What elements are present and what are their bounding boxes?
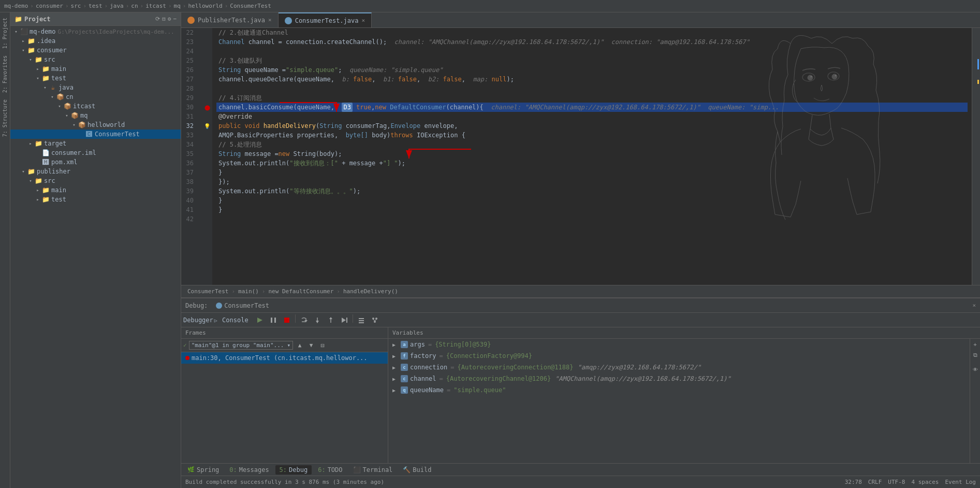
var-args[interactable]: ▶ a args = {String[0]@539} [388,339,970,350]
consumertest-close[interactable]: × [362,17,365,24]
debug-threads-btn[interactable] [369,314,381,326]
var-add-btn[interactable]: + [971,340,980,349]
tree-pom[interactable]: 🅼 pom.xml [10,157,181,167]
var-factory[interactable]: ▶ f factory = {ConnectionFactory@994} [388,350,970,362]
tree-publisher-src[interactable]: ▾ 📁 src [10,176,181,185]
var-eye-btn[interactable]: 👁 [971,365,980,374]
tree-publisher-main[interactable]: ▸ 📁 main [10,185,181,195]
tree-java[interactable]: ▾ ☕ java [10,83,181,92]
var-connection[interactable]: ▶ c connection = {AutorecoveringConnecti… [388,362,970,373]
editor-scrollbar[interactable] [972,28,980,285]
tree-consumer-iml[interactable]: 📄 consumer.iml [10,148,181,157]
bottom-tab-messages[interactable]: 0: Messages [225,465,273,475]
var-channel[interactable]: ▶ c channel = {AutorecoveringChannel@120… [388,373,970,384]
frames-filter[interactable]: ⊟ [318,341,327,350]
debugger-tab[interactable]: Debugger [183,317,213,324]
code-line-42 [216,214,968,224]
helloworld-icon: 📦 [78,121,86,129]
status-indent[interactable]: 4 spaces [911,479,939,485]
lamp-32[interactable]: 💡 [202,121,212,131]
tree-main[interactable]: ▸ 📁 main [10,64,181,74]
status-crlf[interactable]: CRLF [868,479,882,485]
tree-idea[interactable]: ▸ 📁 .idea [10,36,181,46]
var-copy-btn[interactable]: ⧉ [971,350,980,360]
status-position[interactable]: 32:78 [845,479,862,485]
code-content[interactable]: // 2.创建通道Channel Channel channel = conne… [212,28,972,285]
project-tool-sync[interactable]: ⟳ [155,16,160,22]
publishertest-close[interactable]: × [268,17,272,23]
bc-editor-defaultconsumer: new DefaultConsumer [268,288,333,295]
args-expand: ▶ [392,342,399,348]
status-event-log[interactable]: Event Log [945,479,976,485]
tab-consumertest[interactable]: ConsumerTest.java × [279,12,372,27]
gutter: ⬤ 💡 [202,28,212,285]
bottom-tab-todo[interactable]: 6: TODO [314,465,346,475]
sidebar-tab-7[interactable]: 7: Structure [1,96,9,140]
tree-test[interactable]: ▾ 📁 test [10,74,181,83]
debug-step-over-btn[interactable] [298,314,310,326]
svg-rect-20 [359,320,364,321]
bottom-tab-build[interactable]: 🔨 Build [399,465,435,475]
debug-resume-btn[interactable] [254,314,266,326]
bottom-tabs: 🌿 Spring 0: Messages 5: Debug 6: TODO ⬛ … [181,463,980,476]
debug-pause-btn[interactable] [267,314,280,326]
breakpoint-30[interactable]: ⬤ [202,103,212,112]
resume-icon [256,317,264,324]
editor-breadcrumb: ConsumerTest › main() › new DefaultConsu… [181,285,980,297]
debug-frames-btn[interactable] [355,314,368,326]
debug-step-into-btn[interactable] [311,314,324,326]
frames-header: Frames [181,327,388,339]
line-numbers: 22 23 24 25 26 27 28 29 30 31 32 33 34 3… [181,28,202,285]
tree-publisher[interactable]: ▾ 📁 publisher [10,167,181,176]
tree-mq-demo[interactable]: ▾ ⬛ mq-demo G:\Projects\IdeaProjects\mq-… [10,27,181,36]
step-out-icon [327,317,334,324]
variables-label: Variables [392,329,423,336]
console-tab[interactable]: ▷ Console [214,317,248,324]
debug-run-to-cursor-btn[interactable] [338,314,350,326]
title-bar: mq-demo › consumer › src › test › java ›… [0,0,980,12]
arrow-idea: ▸ [20,38,27,44]
debug-close[interactable]: × [972,302,976,309]
tree-src[interactable]: ▾ 📁 src [10,55,181,64]
pub-src-icon: 📁 [34,177,42,185]
code-line-33: AMQP.BasicProperties properties, byte[] … [216,131,968,140]
debug-step-out-btn[interactable] [325,314,337,326]
tree-mq[interactable]: ▾ 📦 mq [10,111,181,120]
project-tool-settings[interactable]: ⚙ [168,16,171,22]
arrow-helloworld: ▾ [70,122,78,127]
tree-itcast[interactable]: ▾ 📦 itcast [10,102,181,111]
tree-helloworld[interactable]: ▾ 📦 helloworld [10,120,181,130]
svg-line-25 [373,320,375,321]
tree-publisher-test[interactable]: ▸ 📁 test [10,195,181,204]
bottom-tab-terminal[interactable]: ⬛ Terminal [349,465,397,475]
tree-consumertest[interactable]: 🅲 ConsumerTest [10,130,181,139]
sidebar-tab-2[interactable]: 2: Favorites [1,52,9,96]
channel-expand: ▶ [392,376,399,382]
project-panel-header: 📁 Project ⟳ ⊟ ⚙ − [10,12,181,26]
sidebar-tab-1[interactable]: 1: Project [1,15,9,52]
bottom-tab-spring[interactable]: 🌿 Spring [183,465,223,475]
svg-marker-14 [316,321,319,323]
project-tree: ▾ ⬛ mq-demo G:\Projects\IdeaProjects\mq-… [10,26,181,488]
tree-consumer[interactable]: ▾ 📁 consumer [10,46,181,55]
bc-src: src [71,3,81,9]
tree-target[interactable]: ▸ 📁 target [10,139,181,148]
tab-publishertest[interactable]: PublisherTest.java × [181,12,279,27]
tree-cn[interactable]: ▾ 📦 cn [10,92,181,102]
debug-stop-btn[interactable] [281,314,293,326]
thread-selector[interactable]: "main"@1 in group "main"... ▾ [189,341,293,350]
project-tool-options[interactable]: ⊟ [162,16,166,22]
var-queuename[interactable]: ▶ q queueName = "simple.queue" [388,384,970,396]
svg-rect-10 [284,318,289,323]
bottom-tab-debug[interactable]: 5: Debug [275,465,312,475]
bc-java: java [110,3,124,9]
code-line-23: Channel channel = connection.createChann… [216,37,968,47]
status-charset[interactable]: UTF-8 [888,479,905,485]
project-tool-close[interactable]: − [173,16,177,22]
frame-item-main30[interactable]: main:30, ConsumerTest (cn.itcast.mq.hell… [181,352,388,364]
build-icon: 🔨 [403,466,411,473]
terminal-icon: ⬛ [353,466,361,473]
thread-dropdown-arrow: ▾ [287,342,290,349]
frames-nav-down[interactable]: ▼ [306,341,316,350]
frames-nav-up[interactable]: ▲ [295,341,304,350]
